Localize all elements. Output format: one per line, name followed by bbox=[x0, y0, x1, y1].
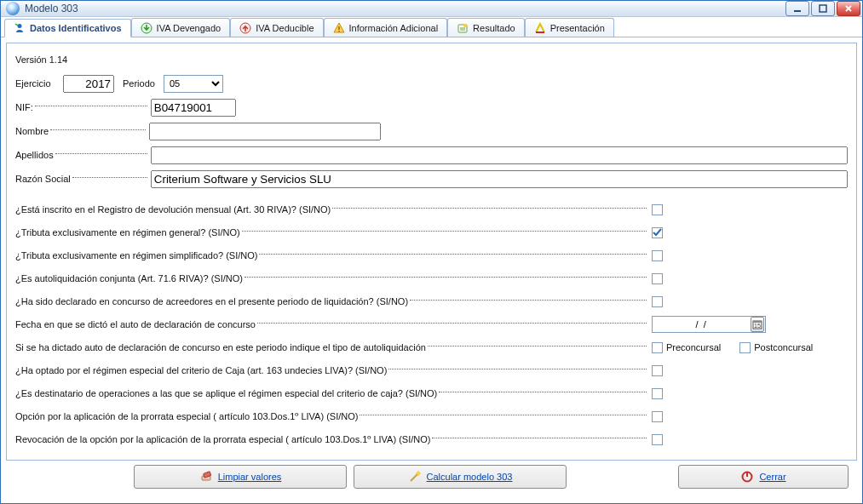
svg-rect-7 bbox=[338, 26, 339, 30]
svg-rect-8 bbox=[338, 31, 339, 32]
minimize-button[interactable] bbox=[785, 1, 809, 16]
nombre-label: Nombre bbox=[15, 126, 49, 136]
q-checkbox[interactable] bbox=[652, 273, 663, 284]
q-row-destinatario-caja: ¿Es destinatario de operaciones a las qu… bbox=[15, 384, 848, 403]
apellidos-row: Apellidos bbox=[15, 146, 848, 164]
q-row-concurso-acreedores: ¿Ha sido declarado en concurso de acreed… bbox=[15, 292, 848, 311]
svg-text:15: 15 bbox=[754, 323, 761, 329]
tab-resultado[interactable]: Resultado bbox=[447, 18, 525, 37]
window-buttons bbox=[785, 1, 860, 16]
preconcursal-checkbox[interactable] bbox=[652, 342, 663, 353]
tab-label: IVA Deducible bbox=[256, 23, 314, 33]
svg-rect-1 bbox=[820, 5, 826, 12]
footer-bar: Limpiar valores Calcular modelo 303 Cerr… bbox=[6, 461, 857, 498]
nombre-input[interactable] bbox=[149, 123, 381, 140]
q-row-criterio-caja: ¿Ha optado por el régimen especial del c… bbox=[15, 361, 848, 380]
tab-datos-identificativos[interactable]: Datos Identificativos bbox=[4, 19, 131, 37]
form-panel: Versión 1.14 Ejercicio Periodo 05 NIF: N… bbox=[6, 43, 857, 461]
nif-input[interactable] bbox=[151, 99, 236, 117]
limpiar-label: Limpiar valores bbox=[218, 472, 282, 482]
ejercicio-row: Ejercicio Periodo 05 bbox=[15, 74, 848, 93]
tab-informacion-adicional[interactable]: Información Adicional bbox=[324, 18, 448, 37]
svg-line-16 bbox=[411, 474, 417, 481]
q-row-prorrata-opcion: Opción por la aplicación de la prorrata … bbox=[15, 407, 848, 426]
tab-label: IVA Devengado bbox=[157, 23, 222, 33]
q-checkbox[interactable] bbox=[652, 227, 663, 238]
version-row: Versión 1.14 bbox=[15, 50, 848, 69]
fecha-concurso-row: Fecha en que se dictó el auto de declara… bbox=[15, 315, 848, 334]
cerrar-button[interactable]: Cerrar bbox=[678, 465, 849, 489]
tab-iva-devengado[interactable]: IVA Devengado bbox=[131, 18, 231, 37]
ejercicio-label: Ejercicio bbox=[15, 78, 63, 89]
maximize-button[interactable] bbox=[811, 1, 835, 16]
close-icon bbox=[844, 4, 853, 13]
q-row-registro-devolucion: ¿Está inscrito en el Registro de devoluc… bbox=[15, 200, 848, 219]
svg-point-10 bbox=[463, 24, 467, 27]
q-text: ¿Ha optado por el régimen especial del c… bbox=[15, 365, 387, 375]
q-text: ¿Ha sido declarado en concurso de acreed… bbox=[15, 296, 408, 306]
razon-input[interactable] bbox=[151, 170, 848, 188]
preconcursal-label: Preconcursal bbox=[666, 342, 721, 352]
svg-point-4 bbox=[18, 24, 22, 28]
q-checkbox[interactable] bbox=[652, 434, 663, 445]
nombre-row: Nombre bbox=[15, 122, 848, 140]
apellidos-input[interactable] bbox=[151, 146, 848, 164]
eraser-icon bbox=[199, 470, 213, 484]
q-text: ¿Es destinatario de operaciones a las qu… bbox=[15, 388, 437, 398]
q-text: ¿Es autoliquidación conjunta (Art. 71.6 … bbox=[15, 273, 243, 284]
svg-rect-0 bbox=[794, 10, 801, 12]
content-area: Versión 1.14 Ejercicio Periodo 05 NIF: N… bbox=[1, 37, 862, 503]
titlebar: Modelo 303 bbox=[1, 1, 862, 17]
fecha-concurso-input[interactable] bbox=[653, 317, 749, 332]
warning-icon bbox=[333, 22, 345, 34]
razon-row: Razón Social bbox=[15, 169, 848, 188]
postconcursal-checkbox[interactable] bbox=[739, 342, 751, 353]
periodo-label: Periodo bbox=[123, 78, 164, 89]
calcular-label: Calcular modelo 303 bbox=[427, 472, 513, 482]
limpiar-button[interactable]: Limpiar valores bbox=[134, 465, 347, 489]
nif-row: NIF: bbox=[15, 98, 848, 117]
aeat-icon bbox=[534, 22, 546, 34]
fecha-concurso-field: 15 bbox=[652, 316, 766, 333]
q-checkbox[interactable] bbox=[652, 296, 663, 307]
tab-label: Resultado bbox=[473, 23, 515, 33]
tab-label: Presentación bbox=[550, 23, 605, 33]
calendar-icon: 15 bbox=[752, 319, 762, 329]
tab-iva-deducible[interactable]: IVA Deducible bbox=[230, 18, 323, 37]
person-icon bbox=[14, 22, 26, 34]
version-label: Versión 1.14 bbox=[15, 54, 67, 65]
q-row-prorrata-revocacion: Revocación de la opción por la aplicació… bbox=[15, 430, 848, 449]
q-checkbox[interactable] bbox=[652, 250, 663, 261]
app-icon bbox=[6, 2, 20, 15]
q-checkbox[interactable] bbox=[652, 204, 663, 215]
tab-bar: Datos Identificativos IVA Devengado IVA … bbox=[1, 17, 862, 37]
periodo-select[interactable]: 05 bbox=[164, 75, 223, 93]
postconcursal-label: Postconcursal bbox=[754, 342, 813, 352]
q-row-autoliq-conjunta: ¿Es autoliquidación conjunta (Art. 71.6 … bbox=[15, 269, 848, 288]
cerrar-label: Cerrar bbox=[759, 472, 785, 482]
calcular-button[interactable]: Calcular modelo 303 bbox=[354, 465, 567, 489]
minimize-icon bbox=[793, 4, 802, 13]
razon-label: Razón Social bbox=[15, 174, 71, 184]
fecha-concurso-label: Fecha en que se dictó el auto de declara… bbox=[15, 319, 256, 329]
arrow-down-green-icon bbox=[141, 22, 152, 34]
calendar-button[interactable]: 15 bbox=[751, 317, 764, 332]
ejercicio-input[interactable] bbox=[63, 75, 114, 93]
q-text: Revocación de la opción por la aplicació… bbox=[15, 434, 430, 444]
q-checkbox[interactable] bbox=[652, 411, 663, 422]
wand-icon bbox=[408, 470, 422, 484]
apellidos-label: Apellidos bbox=[15, 150, 54, 160]
close-button[interactable] bbox=[837, 1, 860, 16]
q-text: ¿Tributa exclusivamente en régimen gener… bbox=[15, 227, 240, 238]
app-window: Modelo 303 Datos Identificativos bbox=[0, 0, 863, 504]
arrow-up-red-icon bbox=[239, 22, 251, 34]
q-checkbox[interactable] bbox=[652, 365, 663, 376]
window-title: Modelo 303 bbox=[25, 3, 78, 14]
maximize-icon bbox=[819, 4, 827, 13]
q-row-regimen-simplificado: ¿Tributa exclusivamente en régimen simpl… bbox=[15, 246, 848, 265]
tab-presentacion[interactable]: Presentación bbox=[525, 18, 614, 37]
q-row-regimen-general: ¿Tributa exclusivamente en régimen gener… bbox=[15, 223, 848, 242]
tipo-autoliq-row: Si se ha dictado auto de declaración de … bbox=[15, 338, 848, 357]
q-checkbox[interactable] bbox=[652, 388, 663, 399]
q-text: ¿Está inscrito en el Registro de devoluc… bbox=[15, 204, 331, 215]
